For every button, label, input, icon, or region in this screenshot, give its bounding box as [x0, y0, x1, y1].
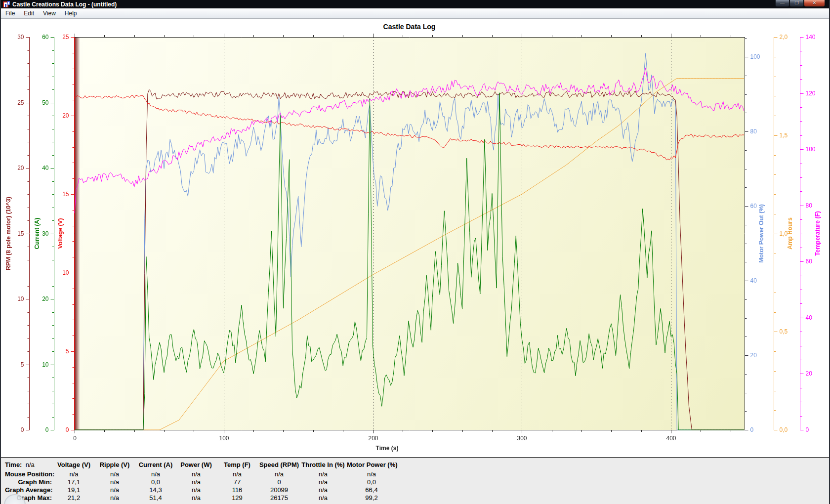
table-row-graph-min: Graph Min: 17,1 n/a 0,0 n/a 77 0 n/a 0,0	[1, 478, 829, 486]
app-window: Castle Creations Data Log - (untitled) —…	[0, 0, 830, 504]
col-header-current: Current (A)	[134, 461, 177, 468]
stat-value: n/a	[299, 470, 347, 478]
stat-value: 0	[259, 478, 299, 486]
stat-value: n/a	[134, 470, 177, 478]
menu-item-help[interactable]: Help	[60, 9, 82, 18]
menu-bar: File Edit View Help	[1, 8, 829, 19]
stat-value: 19,1	[53, 486, 95, 494]
close-button[interactable]: ✕	[804, 0, 825, 7]
window-title: Castle Creations Data Log - (untitled)	[12, 1, 117, 8]
stat-value: n/a	[177, 494, 215, 502]
restore-button[interactable]: ❐	[789, 0, 804, 7]
stat-value: n/a	[53, 470, 95, 478]
stat-value: n/a	[347, 470, 396, 478]
stat-value: n/a	[299, 486, 347, 494]
stat-value: 26175	[259, 494, 299, 502]
stats-table: Time: n/a Voltage (V) Ripple (V) Current…	[1, 457, 829, 504]
stat-value: 116	[215, 486, 259, 494]
row-label: Graph Average:	[1, 486, 53, 494]
table-row-mouse-position: Mouse Position: n/a n/a n/a n/a n/a n/a …	[1, 470, 829, 478]
stat-value: 17,1	[53, 478, 95, 486]
stat-value: 66,4	[347, 486, 396, 494]
col-header-throttle: Throttle In (%)	[299, 461, 347, 468]
stat-value: n/a	[299, 478, 347, 486]
stat-value: n/a	[259, 470, 299, 478]
col-header-motorpower: Motor Power (%)	[347, 461, 396, 468]
chart-area: Castle Data Log	[1, 19, 829, 457]
stat-value: n/a	[177, 470, 215, 478]
row-label: Mouse Position:	[1, 470, 53, 478]
stat-value: 14,3	[134, 486, 177, 494]
stat-value: 0,0	[347, 478, 396, 486]
chart-title: Castle Data Log	[74, 23, 745, 31]
menu-item-edit[interactable]: Edit	[19, 9, 39, 18]
stat-value: n/a	[177, 478, 215, 486]
stat-value: n/a	[95, 470, 134, 478]
minimize-button[interactable]: —	[775, 0, 789, 7]
col-header-voltage: Voltage (V)	[53, 461, 95, 468]
stat-value: 21,2	[53, 494, 95, 502]
table-row-graph-max: Graph Max: 21,2 n/a 51,4 n/a 129 26175 n…	[1, 494, 829, 502]
col-header-temp: Temp (F)	[215, 461, 259, 468]
stat-value: n/a	[215, 470, 259, 478]
stat-value: 0,0	[134, 478, 177, 486]
stat-value: n/a	[95, 494, 134, 502]
table-row-graph-average: Graph Average: 19,1 n/a 14,3 n/a 116 200…	[1, 486, 829, 494]
time-readout: Time: n/a	[1, 461, 53, 468]
menu-item-view[interactable]: View	[39, 9, 60, 18]
datalog-chart-canvas[interactable]	[1, 34, 830, 457]
window-controls: — ❐ ✕	[775, 0, 825, 7]
col-header-power: Power (W)	[177, 461, 215, 468]
stats-header-row: Time: n/a Voltage (V) Ripple (V) Current…	[1, 458, 829, 470]
stat-value: n/a	[95, 486, 134, 494]
stat-value: 77	[215, 478, 259, 486]
stat-value: 99,2	[347, 494, 396, 502]
stat-value: n/a	[299, 494, 347, 502]
stat-value: n/a	[177, 486, 215, 494]
title-bar: Castle Creations Data Log - (untitled) —…	[1, 0, 829, 8]
col-header-ripple: Ripple (V)	[95, 461, 134, 468]
col-header-speed: Speed (RPM)	[259, 461, 299, 468]
stat-value: n/a	[95, 478, 134, 486]
row-label: Graph Min:	[1, 478, 53, 486]
stat-value: 20099	[259, 486, 299, 494]
stat-value: 129	[215, 494, 259, 502]
app-icon	[3, 1, 10, 7]
menu-item-file[interactable]: File	[1, 9, 19, 18]
stat-value: 51,4	[134, 494, 177, 502]
